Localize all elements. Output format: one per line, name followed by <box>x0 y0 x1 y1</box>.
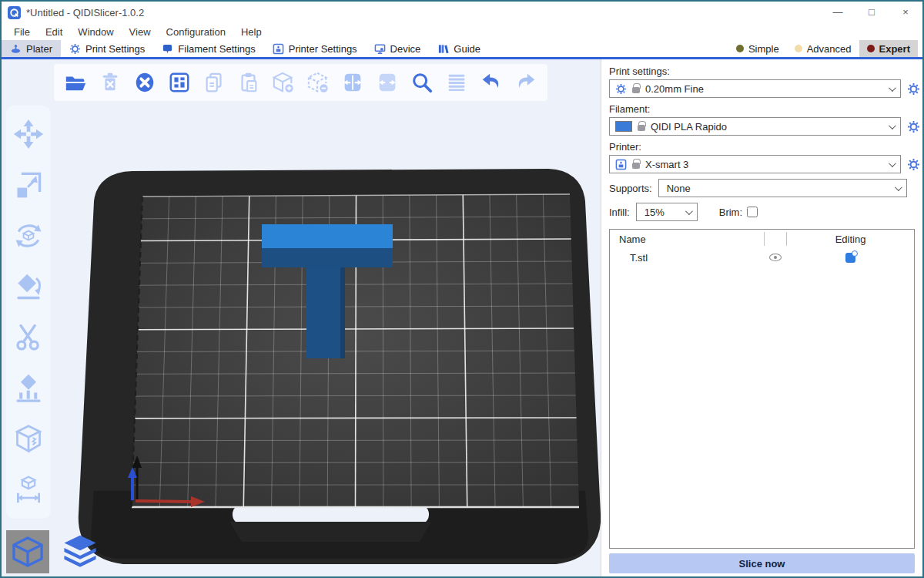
open-button[interactable] <box>63 70 88 95</box>
tab-plater[interactable]: Plater <box>2 40 61 57</box>
printer-combo[interactable]: X-smart 3 <box>609 155 901 173</box>
gear-icon <box>615 83 627 95</box>
device-icon <box>374 43 386 55</box>
filament-combo[interactable]: QIDI PLA Rapido <box>609 117 901 136</box>
gear-icon <box>69 43 81 55</box>
brim-label: Brim: <box>719 207 742 218</box>
advanced-dot-icon <box>795 45 802 52</box>
tab-filament-settings[interactable]: Filament Settings <box>153 40 263 57</box>
3d-editor-view-button[interactable] <box>6 530 49 573</box>
chevron-down-icon <box>685 207 693 215</box>
chevron-down-icon <box>895 183 902 191</box>
scale-tool-button[interactable] <box>12 169 45 201</box>
menu-help[interactable]: Help <box>233 26 270 38</box>
delete-button[interactable] <box>98 70 122 95</box>
viewport-3d[interactable] <box>2 59 601 576</box>
slice-now-button[interactable]: Slice now <box>609 553 915 573</box>
name-column-header: Name <box>610 234 764 245</box>
tab-device[interactable]: Device <box>366 40 430 57</box>
variable-layer-height-button[interactable] <box>444 70 469 95</box>
object-name: T.stl <box>610 252 764 264</box>
place-on-face-tool-button[interactable] <box>12 271 45 303</box>
mode-advanced[interactable]: Advanced <box>787 40 859 57</box>
printer-icon <box>273 43 284 55</box>
object-list: Name Editing T.stl <box>609 229 915 549</box>
view-mode-toggles <box>6 530 102 573</box>
menu-view[interactable]: View <box>122 26 159 38</box>
printer-label: Printer: <box>609 141 921 153</box>
cut-tool-button[interactable] <box>12 321 45 354</box>
menu-window[interactable]: Window <box>70 26 121 38</box>
menu-edit[interactable]: Edit <box>38 26 70 38</box>
menu-file[interactable]: File <box>6 26 38 38</box>
supports-label: Supports: <box>609 183 652 194</box>
supports-select[interactable]: None <box>658 179 907 197</box>
plater-toolbar <box>54 64 547 101</box>
menu-bar: File Edit Window View Configuration Help <box>2 23 922 40</box>
print-settings-gear-button[interactable] <box>906 82 921 96</box>
maximize-button[interactable]: □ <box>855 2 889 23</box>
rotate-tool-button[interactable] <box>12 220 45 252</box>
move-tool-button[interactable] <box>12 118 45 150</box>
lock-icon <box>638 125 645 131</box>
minimize-button[interactable]: — <box>821 2 855 23</box>
tab-bar: Plater Print Settings Filament Settings … <box>2 40 922 59</box>
supports-value: None <box>667 183 889 194</box>
arrange-button[interactable] <box>167 70 192 95</box>
editing-icon[interactable] <box>845 253 855 263</box>
printer-icon <box>615 159 627 170</box>
plater-icon <box>10 43 22 55</box>
redo-button[interactable] <box>514 70 538 95</box>
print-settings-label: Print settings: <box>609 66 921 77</box>
undo-button[interactable] <box>479 70 504 95</box>
tab-printer-settings[interactable]: Printer Settings <box>264 40 366 57</box>
infill-value: 15% <box>644 207 679 218</box>
infill-label: Infill: <box>609 207 630 218</box>
object-list-row[interactable]: T.stl <box>610 248 914 267</box>
build-plate-canvas[interactable] <box>2 59 601 576</box>
paint-supports-tool-button[interactable] <box>12 372 45 405</box>
search-button[interactable] <box>410 70 434 95</box>
title-bar: *Untitled - QIDISlicer-1.0.2 — □ × <box>2 2 922 23</box>
paste-button[interactable] <box>236 70 261 95</box>
delete-all-button[interactable] <box>132 70 157 95</box>
filament-color-swatch <box>615 121 632 132</box>
printer-gear-button[interactable] <box>906 158 921 171</box>
lock-icon <box>632 163 640 169</box>
app-logo-icon <box>8 6 21 19</box>
chevron-down-icon <box>889 122 896 129</box>
editing-column-header: Editing <box>787 234 914 245</box>
tab-print-settings[interactable]: Print Settings <box>61 40 153 57</box>
measure-tool-button[interactable] <box>12 474 45 506</box>
add-instance-button[interactable] <box>271 70 296 95</box>
chevron-down-icon <box>889 160 896 167</box>
object-manipulation-sidebar <box>6 106 51 519</box>
mode-switcher: Simple Advanced Expert <box>728 40 922 57</box>
filament-icon <box>162 43 173 55</box>
menu-configuration[interactable]: Configuration <box>159 26 233 38</box>
preview-view-button[interactable] <box>59 530 102 573</box>
mode-expert[interactable]: Expert <box>859 40 918 57</box>
copy-button[interactable] <box>202 70 226 95</box>
printer-value: X-smart 3 <box>645 159 883 170</box>
visibility-eye-icon[interactable] <box>769 254 782 261</box>
split-to-objects-button[interactable] <box>340 70 365 95</box>
infill-select[interactable]: 15% <box>636 203 698 221</box>
app-window: *Untitled - QIDISlicer-1.0.2 — □ × File … <box>0 0 924 578</box>
filament-gear-button[interactable] <box>906 120 921 133</box>
brim-checkbox[interactable] <box>747 207 758 217</box>
remove-instance-button[interactable] <box>306 70 330 95</box>
mode-simple[interactable]: Simple <box>728 40 787 57</box>
tab-guide[interactable]: Guide <box>429 40 489 57</box>
window-title: *Untitled - QIDISlicer-1.0.2 <box>26 7 144 18</box>
guide-books-icon <box>437 43 449 55</box>
expert-dot-icon <box>867 45 875 52</box>
visibility-column-header <box>764 232 787 246</box>
lock-icon <box>632 87 640 93</box>
close-button[interactable]: × <box>889 2 922 23</box>
seam-painting-tool-button[interactable] <box>12 423 45 455</box>
split-to-parts-button[interactable] <box>375 70 400 95</box>
print-settings-combo[interactable]: 0.20mm Fine <box>609 79 901 98</box>
filament-value: QIDI PLA Rapido <box>651 121 883 133</box>
chevron-down-icon <box>889 84 896 92</box>
